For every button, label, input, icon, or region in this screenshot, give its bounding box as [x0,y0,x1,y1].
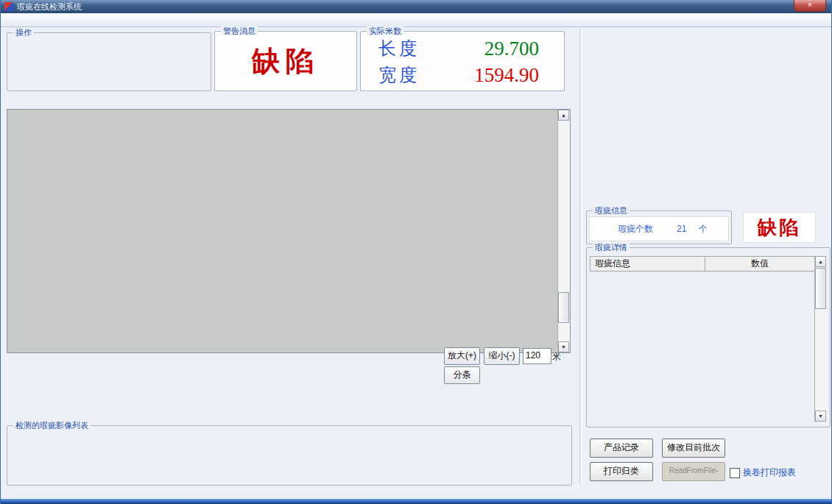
meters-unit-label: 米 [552,351,561,363]
operations-group: 操作 [7,32,211,91]
app-window: 瑕疵在线检测系统 × 操作 警告消息 缺陷 实际米数 长度 29.700 宽度 … [0,0,832,504]
defect-count-unit: 个 [699,223,708,235]
status-bar [1,486,832,499]
checkbox-icon[interactable] [730,468,740,478]
plot-scrollbar[interactable]: ▲ ▼ [557,110,570,352]
details-scrollbar-thumb[interactable] [815,268,826,309]
length-row: 长度 29.700 [378,36,539,61]
length-value: 29.700 [484,38,539,60]
width-row: 宽度 1594.90 [378,63,539,88]
warning-message: 缺陷 [219,36,352,86]
defect-details-group: 瑕疵详情 瑕疵信息 数值 ▲ ▼ [586,247,831,427]
defect-info-label: 瑕疵信息 [593,206,630,215]
panel-divider [579,28,582,484]
defect-count-value: 21 [677,224,686,234]
width-value: 1594.90 [474,64,539,87]
windows-taskbar[interactable] [1,499,832,504]
operations-group-label: 操作 [13,28,34,37]
details-col-header-value[interactable]: 数值 [705,257,815,271]
close-button[interactable]: × [794,0,826,12]
meters-input[interactable]: 120 [523,348,551,364]
split-button[interactable]: 分条 [444,366,480,384]
details-scroll-up-icon[interactable]: ▲ [815,256,826,267]
defect-image-list-group: 检测的瑕疵影像列表 [7,425,572,486]
window-title: 瑕疵在线检测系统 [17,0,82,13]
warning-group-label: 警告消息 [221,26,258,35]
meters-group-label: 实际米数 [367,26,403,35]
zoom-in-button[interactable]: 放大(+) [444,347,480,365]
plot-scrollbar-thumb[interactable] [558,292,569,324]
warning-group: 警告消息 缺陷 [214,31,357,91]
meters-group: 实际米数 长度 29.700 宽度 1594.90 [360,31,565,91]
defect-details-table: 瑕疵信息 数值 [590,256,815,271]
title-bar[interactable]: 瑕疵在线检测系统 × [1,0,831,13]
details-scroll-down-icon[interactable]: ▼ [815,411,826,422]
zoom-out-button[interactable]: 缩小(-) [484,347,520,365]
modify-batch-button[interactable]: 修改目前批次 [662,439,725,458]
print-report-checkbox[interactable]: 换卷打印报表 [730,466,796,479]
width-label: 宽度 [378,63,420,87]
alarm-indicator: 缺陷 [743,212,816,243]
details-scrollbar[interactable]: ▲ ▼ [814,256,827,422]
details-col-header-name[interactable]: 瑕疵信息 [590,257,705,271]
defect-count-label: 瑕疵个数 [618,223,653,235]
defect-details-label: 瑕疵详情 [593,243,630,252]
defect-info-group: 瑕疵信息 瑕疵个数 21 个 [586,210,732,244]
length-label: 长度 [378,37,420,60]
distribution-plot-area: ▲ ▼ [7,109,571,353]
menu-bar [1,13,831,27]
defect-image-list-label: 检测的瑕疵影像列表 [13,421,91,430]
print-category-button[interactable]: 打印归类 [590,462,653,481]
scroll-up-icon[interactable]: ▲ [558,110,569,121]
app-icon [4,2,13,11]
product-record-button[interactable]: 产品记录 [590,439,653,458]
print-report-checkbox-label: 换卷打印报表 [743,466,796,479]
defect-count-box: 瑕疵个数 21 个 [589,216,729,241]
read-from-file-button: ReadFromFile-SIM [662,462,725,481]
